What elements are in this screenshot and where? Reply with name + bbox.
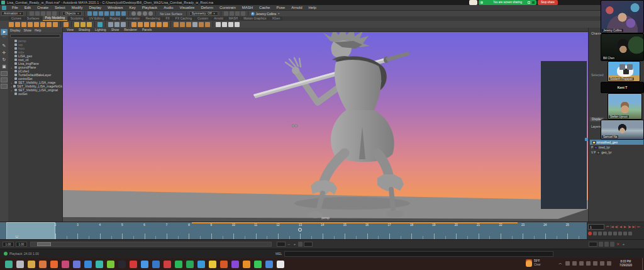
participant-tile[interactable]: Samuel Na (601, 120, 644, 140)
menu-deform[interactable]: Deform (197, 5, 216, 11)
snap-grid-icon[interactable] (87, 11, 92, 16)
range-slider-track[interactable] (30, 242, 272, 247)
step-back-key-icon[interactable]: |◀ (610, 224, 614, 230)
photos-icon[interactable] (39, 261, 47, 268)
dope-sheet-icon[interactable] (613, 232, 617, 235)
play-forward-icon[interactable]: ▶ (623, 224, 627, 230)
lasso-tool-icon[interactable]: ⌒ (1, 36, 8, 42)
anim-prefs-icon[interactable] (593, 232, 597, 235)
time-slider[interactable]: 2345678910111213141516171819202122232425 (0, 222, 587, 239)
make-live-icon[interactable] (116, 11, 120, 16)
menu-visualize[interactable]: Visualize (176, 5, 197, 11)
edge-icon[interactable] (84, 261, 92, 268)
excel-icon[interactable] (186, 261, 194, 268)
bridge-icon[interactable] (186, 22, 191, 27)
extract-icon[interactable] (144, 22, 149, 27)
auto-keyframe-icon[interactable] (599, 242, 603, 247)
svg-tool-icon[interactable] (87, 22, 92, 27)
poly-cone-icon[interactable] (28, 22, 33, 27)
boolean-difference-icon[interactable] (114, 22, 119, 27)
menu-constrain[interactable]: Constrain (216, 5, 239, 11)
outliner-search-input[interactable] (10, 34, 60, 38)
discord-icon[interactable] (73, 261, 80, 268)
insert-edge-loop-icon[interactable] (222, 22, 227, 27)
poly-disc-icon[interactable] (47, 22, 52, 27)
play-backwards-icon[interactable]: ◀ (619, 224, 623, 230)
display-layer-row[interactable]: Ptired_lyr (590, 145, 643, 150)
shelf-tab-custom[interactable]: Custom (195, 16, 211, 21)
rotate-tool-icon[interactable]: ↻ (1, 57, 8, 63)
render-view-icon[interactable] (224, 11, 228, 16)
outliner-menu-help[interactable]: Help (35, 28, 41, 32)
menu-create[interactable]: Create (34, 5, 52, 11)
render-settings-icon[interactable] (235, 11, 240, 16)
menu-help[interactable]: Help (305, 5, 319, 11)
redo-icon[interactable] (52, 11, 57, 16)
four-pane-layout-icon[interactable] (1, 77, 8, 82)
twitch-icon[interactable] (231, 261, 239, 268)
shield-tray-icon[interactable] (572, 261, 577, 266)
snap-curve-icon[interactable] (93, 11, 97, 16)
expand-icon[interactable]: + (11, 66, 13, 69)
shelf-tab-rigging[interactable]: Rigging (107, 16, 123, 21)
poly-platonic-icon[interactable] (53, 22, 58, 27)
menu-arnold[interactable]: Arnold (288, 5, 305, 11)
shelf-tab-rendering[interactable]: Rendering (143, 16, 162, 21)
check-app-icon[interactable] (96, 261, 103, 268)
sweep-mesh-icon[interactable] (74, 22, 79, 27)
spotify-icon[interactable] (175, 261, 182, 268)
single-pane-layout-icon[interactable] (1, 71, 8, 76)
zoom-icon[interactable] (141, 261, 148, 268)
participant-tile[interactable]: Kent T (601, 82, 644, 93)
weather-widget[interactable]: 59°F Clear (526, 259, 541, 267)
menu-audio[interactable]: Audio (160, 5, 176, 11)
trax-icon[interactable] (618, 232, 622, 235)
crease-icon[interactable] (205, 22, 210, 27)
separate-icon[interactable] (138, 22, 143, 27)
taskbar-clock[interactable]: 8:03 PM 7/29/2020 (613, 260, 638, 267)
layer-color-swatch[interactable] (594, 146, 597, 149)
menu-playback[interactable]: Playback (139, 5, 160, 11)
menu-mash[interactable]: MASH (239, 5, 256, 11)
lock-icon[interactable] (121, 11, 126, 16)
chrome-icon[interactable] (209, 261, 216, 268)
menu-edit[interactable]: Edit (21, 5, 34, 11)
powerpoint-icon[interactable] (220, 261, 228, 268)
volume-icon[interactable] (593, 261, 597, 266)
auto-key-icon[interactable] (588, 232, 592, 235)
select-component-icon[interactable] (143, 11, 147, 16)
outliner-item[interactable]: outSet (8, 92, 62, 96)
playback-start-field[interactable]: 1.00 (3, 242, 14, 247)
offset-edge-loop-icon[interactable] (228, 22, 233, 27)
shelf-tab-animation[interactable]: Animation (123, 16, 142, 21)
poly-type-icon[interactable] (80, 22, 86, 27)
chevron-up-icon[interactable]: ︿ (558, 261, 563, 266)
snapshot-icon[interactable] (598, 232, 602, 235)
target-weld-icon[interactable] (199, 22, 204, 27)
snap-projected-center-icon[interactable] (104, 11, 109, 16)
menu-file[interactable]: File (9, 5, 21, 11)
github-icon[interactable] (118, 261, 126, 268)
playback-end-field[interactable] (277, 242, 286, 247)
shelf-tab-xgen[interactable]: XGen (270, 16, 283, 21)
graph-icon[interactable] (608, 232, 612, 235)
anim-snap-icon[interactable] (604, 242, 609, 247)
display-layer-row[interactable]: smoothed_geo (590, 140, 643, 145)
language-icon[interactable] (600, 261, 604, 266)
combine-icon[interactable] (131, 22, 136, 27)
go-to-end-icon[interactable]: ⏭ (636, 224, 640, 230)
poly-sphere-icon[interactable] (9, 22, 14, 27)
poly-cylinder-icon[interactable] (21, 22, 26, 27)
scale-tool-icon[interactable]: ▣ (1, 64, 8, 70)
battery-icon[interactable] (579, 261, 584, 266)
adobe-app-icon[interactable] (164, 261, 171, 268)
mic-icon[interactable] (480, 1, 483, 4)
viewport-menu-show[interactable]: Show (109, 28, 121, 31)
boolean-union-icon[interactable] (108, 22, 113, 27)
mel-label[interactable]: MEL (275, 252, 282, 256)
display-toggle-icon[interactable] (241, 11, 245, 16)
display-layer-row[interactable]: V Pgeo_lyr (590, 150, 643, 155)
animation-end-field[interactable] (304, 242, 313, 247)
firefox-icon[interactable] (50, 261, 58, 268)
outliner-menu-show[interactable]: Show (23, 28, 31, 32)
